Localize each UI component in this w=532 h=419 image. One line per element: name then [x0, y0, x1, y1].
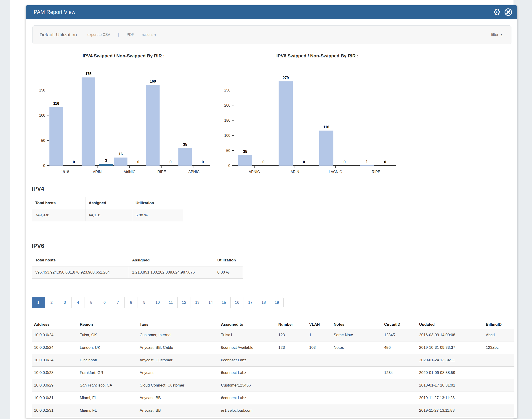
report-toolbar: Default Utilization export to CSV | PDF … — [32, 25, 511, 44]
table-cell: 10.0.0.0/28 — [32, 367, 77, 379]
column-header: Total hosts — [32, 254, 129, 266]
dialog-titlebar: IPAM Report View ⚙ — [26, 5, 517, 19]
header-row: AddressRegionTagsAssigned toNumberVLANNo… — [32, 320, 514, 329]
table-cell: Cincinnati — [77, 354, 137, 367]
actions-menu-button[interactable]: actions + — [142, 33, 156, 37]
bar-segment — [279, 81, 293, 166]
table-cell — [382, 392, 417, 404]
export-pdf-button[interactable]: PDF — [127, 33, 134, 37]
column-header: Address — [32, 320, 77, 329]
filter-toggle[interactable]: filter › — [491, 32, 503, 37]
bar-segment — [82, 77, 95, 166]
table-cell: 10.0.0.0/31 — [32, 392, 77, 404]
table-cell: 2019-10-31 09:33:37 — [417, 341, 483, 354]
category-label: LACNIC — [329, 170, 342, 174]
value-label: 279 — [283, 76, 289, 80]
y-tick-label: 250 — [224, 88, 230, 92]
y-tick-label: 0 — [228, 164, 230, 168]
y-tick-label: 100 — [39, 113, 45, 117]
titlebar-icons: ⚙ — [493, 8, 517, 16]
category-label: ARIN — [93, 170, 101, 174]
column-header: Total hosts — [32, 197, 86, 209]
table-cell — [276, 404, 307, 417]
table-cell — [307, 379, 331, 392]
table-cell: Anycast, BB, Cable — [137, 341, 219, 354]
bar-segment — [114, 157, 127, 166]
table-cell: 5.88 % — [132, 209, 183, 221]
column-header: Number — [276, 320, 307, 329]
ipv6-summary-table: Total hostsAssignedUtilization396,453,92… — [32, 254, 243, 279]
page-button-16[interactable]: 16 — [231, 297, 244, 308]
table-cell: 10.0.0.2/31 — [32, 404, 77, 417]
table-cell: Notes — [331, 341, 382, 354]
table-cell — [276, 379, 307, 392]
table-cell — [276, 392, 307, 404]
bar-segment — [360, 165, 374, 166]
column-header: CircuitID — [382, 320, 417, 329]
table-cell: Customer123456 — [219, 379, 276, 392]
page-button-4[interactable]: 4 — [72, 297, 85, 308]
table-cell: 2019-11-27 13:11:53 — [417, 404, 483, 417]
page-button-7[interactable]: 7 — [111, 297, 124, 308]
table-cell: 2020-01-09 08:58:59 — [417, 367, 483, 379]
table-cell: 1234 — [382, 367, 417, 379]
table-cell: Frankfurt, GR — [77, 367, 137, 379]
category-label: APNIC — [188, 170, 199, 174]
table-cell — [307, 354, 331, 367]
page-button-12[interactable]: 12 — [178, 297, 191, 308]
gear-icon[interactable]: ⚙ — [493, 8, 501, 16]
category-label: RIPE — [372, 170, 380, 174]
value-label: 0 — [202, 160, 204, 164]
column-header: Assigned — [86, 197, 132, 209]
table-cell: San Francisco, CA — [77, 379, 137, 392]
table-cell: 10.0.0.0/24 — [32, 329, 77, 341]
y-tick-label: 150 — [39, 88, 45, 92]
page-button-5[interactable]: 5 — [85, 297, 98, 308]
value-label: 116 — [53, 102, 59, 105]
toolbar-separator: | — [118, 33, 119, 37]
table-cell — [382, 354, 417, 367]
header-row: Total hostsAssignedUtilization — [32, 197, 183, 209]
table-cell — [331, 379, 382, 392]
table-cell: 123abc — [483, 341, 514, 354]
table-row: 10.0.0.0/24London, UKAnycast, BB, Cable6… — [32, 341, 514, 354]
ipv4-bar-chart: IPV4 Swipped / Non-Swipped By RIR : 0501… — [29, 51, 219, 184]
table-cell: Abcd — [483, 329, 514, 341]
page-button-13[interactable]: 13 — [191, 297, 204, 308]
page-button-17[interactable]: 17 — [244, 297, 257, 308]
table-cell — [331, 404, 382, 417]
page-button-11[interactable]: 11 — [164, 297, 178, 308]
page-button-3[interactable]: 3 — [58, 297, 72, 308]
table-cell: 749,936 — [32, 209, 86, 221]
bar-segment — [319, 131, 334, 166]
page-button-19[interactable]: 19 — [270, 297, 284, 308]
page-button-15[interactable]: 15 — [217, 297, 231, 308]
circle-x-icon[interactable] — [504, 8, 512, 16]
y-tick-label: 200 — [224, 103, 230, 107]
page-button-6[interactable]: 6 — [98, 297, 111, 308]
table-cell: Anycast, BB — [137, 392, 219, 404]
value-label: 16 — [119, 152, 123, 156]
value-label: 35 — [183, 143, 187, 146]
table-cell: London, UK — [77, 341, 137, 354]
table-row: 10.0.0.0/31Miami, FLAnycast, BB6connect … — [32, 392, 514, 404]
table-cell: 456 — [382, 341, 417, 354]
table-cell: ar1.velocloud.com — [219, 404, 276, 417]
table-row: 10.0.0.0/29San Francisco, CACloud Connec… — [32, 379, 514, 392]
page-button-14[interactable]: 14 — [204, 297, 217, 308]
table-cell: 6connect Available — [219, 341, 276, 354]
header-row: Total hostsAssignedUtilization — [32, 254, 243, 266]
page-button-18[interactable]: 18 — [257, 297, 270, 308]
table-cell — [483, 392, 514, 404]
table-row: 10.0.0.2/31Miami, FLAnycast, BBar1.veloc… — [32, 404, 514, 417]
page-button-10[interactable]: 10 — [151, 297, 164, 308]
ipv6-bar-chart: IPV6 Swipped / Non-Swipped By RIR : 0501… — [223, 51, 412, 184]
table-cell: 6connect Labz — [219, 354, 276, 367]
page-button-2[interactable]: 2 — [45, 297, 58, 308]
page-button-9[interactable]: 9 — [138, 297, 151, 308]
page-button-8[interactable]: 8 — [124, 297, 138, 308]
page-button-1[interactable]: 1 — [32, 297, 45, 308]
table-cell: 10.0.0.0/24 — [32, 341, 77, 354]
export-csv-button[interactable]: export to CSV — [87, 33, 110, 37]
category-label: RIPE — [158, 170, 166, 174]
